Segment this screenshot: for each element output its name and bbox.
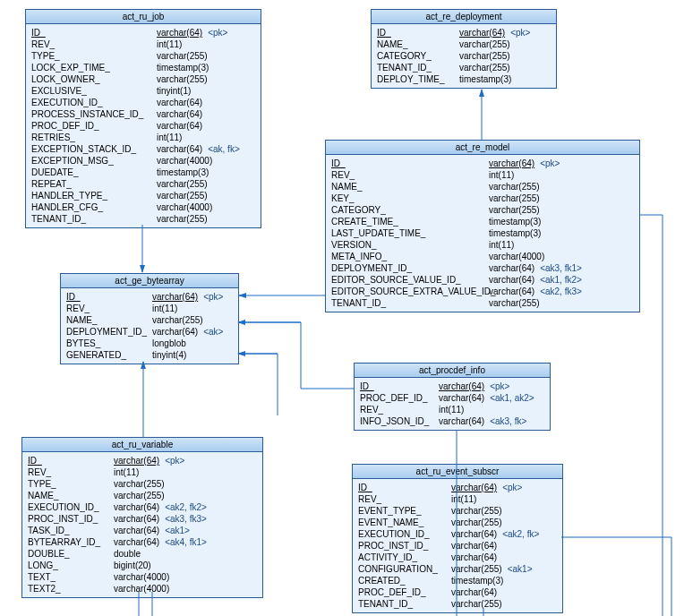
- column-type: tinyint(4): [152, 349, 186, 361]
- column-row: TYPE_varchar(255): [28, 478, 257, 490]
- column-annotation: <ak>: [203, 326, 223, 338]
- column-name: BYTES_: [66, 338, 147, 349]
- column-name: CATEGORY_: [331, 204, 483, 216]
- column-name: EXECUTION_ID_: [31, 97, 151, 108]
- entity-act-re-model: act_re_model ID_varchar(64)<pk>REV_int(1…: [325, 140, 640, 312]
- column-row: CREATED_timestamp(3): [358, 575, 557, 586]
- column-type: varchar(255): [152, 314, 203, 326]
- column-annotation: <ak4, fk1>: [165, 536, 207, 548]
- column-name: LOCK_EXP_TIME_: [31, 62, 151, 73]
- column-name: ID_: [31, 27, 151, 38]
- column-name: REPEAT_: [31, 178, 151, 190]
- column-row: EXCLUSIVE_tinyint(1): [31, 85, 255, 97]
- column-name: ID_: [66, 291, 147, 303]
- column-row: HANDLER_TYPE_varchar(255): [31, 190, 255, 201]
- entity-act-ge-bytearray: act_ge_bytearray ID_varchar(64)<pk>REV_i…: [60, 273, 239, 364]
- column-type: varchar(255): [489, 204, 540, 216]
- column-type: varchar(4000): [114, 583, 169, 595]
- column-row: LOCK_OWNER_varchar(255): [31, 73, 255, 85]
- column-name: TENANT_ID_: [31, 213, 151, 225]
- column-type: varchar(4000): [489, 251, 544, 262]
- column-annotation: <pk>: [502, 482, 522, 493]
- column-row: EXCEPTION_STACK_ID_varchar(64)<ak, fk>: [31, 143, 255, 155]
- entity-act-ru-event-subscr: act_ru_event_subscr ID_varchar(64)<pk>RE…: [352, 464, 563, 613]
- column-type: int(11): [157, 38, 182, 50]
- entity-body: ID_varchar(64)<pk>PROC_DEF_ID_varchar(64…: [355, 378, 550, 430]
- column-row: NAME_varchar(255): [377, 38, 551, 50]
- column-name: TYPE_: [31, 50, 151, 62]
- entity-title: act_ge_bytearray: [61, 274, 238, 288]
- column-name: EXECUTION_ID_: [358, 528, 446, 540]
- column-row: CATEGORY_varchar(255): [377, 50, 551, 62]
- column-name: PROC_DEF_ID_: [358, 586, 446, 598]
- column-row: TEXT_varchar(4000): [28, 571, 257, 583]
- column-type: varchar(255): [157, 190, 208, 201]
- column-row: TENANT_ID_varchar(255): [331, 297, 634, 309]
- column-name: NAME_: [377, 38, 454, 50]
- column-annotation: <ak2, fk3>: [540, 286, 582, 297]
- column-name: META_INFO_: [331, 251, 483, 262]
- column-annotation: <ak, fk>: [208, 143, 240, 155]
- column-type: varchar(4000): [114, 571, 169, 583]
- column-type: varchar(255): [114, 478, 165, 490]
- column-row: TYPE_varchar(255): [31, 50, 255, 62]
- column-name: REV_: [331, 169, 483, 181]
- column-row: DUEDATE_timestamp(3): [31, 167, 255, 178]
- column-type: varchar(64): [157, 108, 202, 120]
- column-name: CATEGORY_: [377, 50, 454, 62]
- column-name: CREATED_: [358, 575, 446, 586]
- column-type: varchar(255): [489, 181, 540, 192]
- column-row: TENANT_ID_varchar(255): [377, 62, 551, 73]
- column-annotation: <ak2, fk2>: [165, 501, 207, 513]
- column-row: PROC_DEF_ID_varchar(64): [31, 120, 255, 132]
- column-type: varchar(64): [439, 415, 484, 427]
- column-annotation: <ak1, fk2>: [540, 274, 582, 286]
- column-type: varchar(64): [157, 27, 202, 38]
- column-name: EVENT_NAME_: [358, 517, 446, 528]
- column-row: REPEAT_varchar(255): [31, 178, 255, 190]
- column-type: timestamp(3): [489, 216, 541, 227]
- column-name: REV_: [66, 303, 147, 314]
- entity-act-re-deployment: act_re_deployment ID_varchar(64)<pk>NAME…: [371, 9, 557, 89]
- column-name: VERSION_: [331, 239, 483, 251]
- column-type: varchar(255): [489, 297, 540, 309]
- column-type: varchar(64): [451, 552, 497, 563]
- column-name: EXCEPTION_STACK_ID_: [31, 143, 151, 155]
- entity-act-procdef-info: act_procdef_info ID_varchar(64)<pk>PROC_…: [354, 363, 551, 431]
- column-annotation: <ak3, fk3>: [165, 513, 207, 525]
- column-name: RETRIES_: [31, 132, 151, 143]
- column-type: varchar(255): [451, 563, 502, 575]
- column-row: ID_varchar(64)<pk>: [66, 291, 233, 303]
- column-annotation: <ak1>: [165, 525, 190, 536]
- column-type: varchar(64): [114, 525, 159, 536]
- column-row: LONG_bigint(20): [28, 560, 257, 571]
- column-name: LAST_UPDATE_TIME_: [331, 227, 483, 239]
- column-name: CREATE_TIME_: [331, 216, 483, 227]
- column-row: EXECUTION_ID_varchar(64)<ak2, fk>: [358, 528, 557, 540]
- column-row: DEPLOY_TIME_timestamp(3): [377, 73, 551, 85]
- column-type: varchar(255): [459, 50, 510, 62]
- column-type: varchar(64): [439, 392, 484, 404]
- column-type: varchar(255): [157, 50, 208, 62]
- column-row: DEPLOYMENT_ID_varchar(64)<ak>: [66, 326, 233, 338]
- column-row: REV_int(11): [31, 38, 255, 50]
- column-type: varchar(64): [157, 97, 202, 108]
- entity-title: act_re_deployment: [372, 10, 556, 24]
- column-name: GENERATED_: [66, 349, 147, 361]
- column-row: EDITOR_SOURCE_EXTRA_VALUE_ID_varchar(64)…: [331, 286, 634, 297]
- column-type: varchar(64): [114, 501, 159, 513]
- column-row: GENERATED_tinyint(4): [66, 349, 233, 361]
- column-type: tinyint(1): [157, 85, 191, 97]
- column-name: PROC_INST_ID_: [28, 513, 108, 525]
- column-annotation: <ak1>: [508, 563, 533, 575]
- column-name: EDITOR_SOURCE_EXTRA_VALUE_ID_: [331, 286, 483, 297]
- column-name: EXCLUSIVE_: [31, 85, 151, 97]
- column-row: CONFIGURATION_varchar(255)<ak1>: [358, 563, 557, 575]
- column-annotation: <ak3, fk>: [490, 415, 526, 427]
- column-type: varchar(64): [489, 286, 534, 297]
- column-type: varchar(64): [114, 513, 159, 525]
- column-name: REV_: [360, 404, 433, 415]
- column-type: varchar(64): [451, 586, 497, 598]
- column-annotation: <ak2, fk>: [502, 528, 539, 540]
- column-row: PROCESS_INSTANCE_ID_varchar(64): [31, 108, 255, 120]
